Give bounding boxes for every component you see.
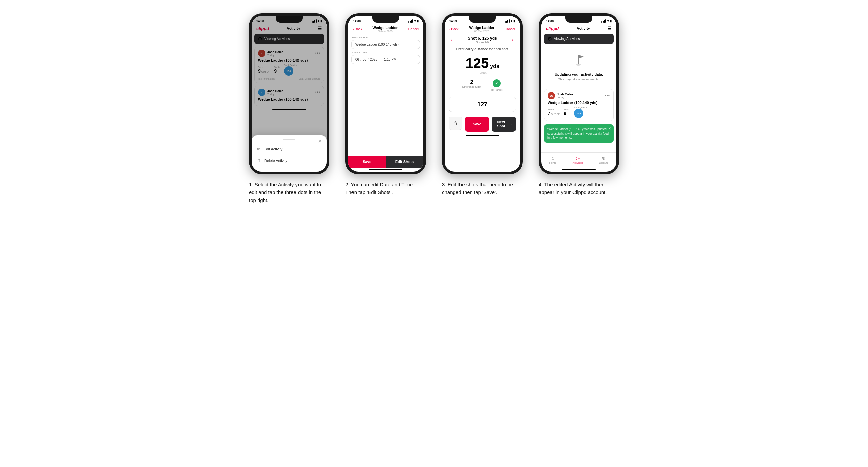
- phone-frame-2: 14:38 ▾ ▮ ‹ Back: [345, 13, 426, 175]
- phone-section-3: 14:39 ▾ ▮ ‹ Back: [439, 13, 526, 196]
- cancel-btn-2[interactable]: Cancel: [408, 27, 418, 31]
- tab-home[interactable]: ⌂ Home: [549, 155, 556, 164]
- phone-frame-4: 14:38 ▾ ▮ clippd Activity: [539, 13, 619, 175]
- shot-value-input[interactable]: [449, 98, 516, 112]
- home-indicator-2: [369, 169, 402, 170]
- time-field[interactable]: 1:13 PM: [384, 58, 397, 61]
- wifi-icon-2: ▾: [414, 20, 416, 23]
- phone-notch-2: [372, 16, 399, 23]
- user-date-4: Today: [557, 96, 573, 99]
- nav-bar-2: ‹ Back Wedge Ladder 06 Mar 2023 Cancel: [348, 24, 423, 34]
- activity-card-4: JC Josh Coles Today ••• Wedge Ladder (10…: [544, 89, 614, 121]
- target-label: Target: [445, 71, 520, 74]
- home-indicator-4: [562, 169, 596, 170]
- day-field[interactable]: 06: [355, 58, 359, 61]
- shot-score: Score 7/9: [468, 40, 497, 44]
- shot-header-3: ← Shot 6, 125 yds Score 7/9 →: [445, 34, 520, 46]
- phone-notch-3: [469, 16, 496, 23]
- year-field[interactable]: 2023: [370, 58, 377, 61]
- capture-icon: ⊕: [602, 155, 606, 161]
- save-shot-button[interactable]: Save: [465, 117, 489, 131]
- time-4: 14:38: [546, 20, 554, 23]
- sheet-edit-item[interactable]: ✏ Edit Activity: [257, 143, 321, 155]
- next-shot-button[interactable]: Next Shot →: [492, 117, 516, 131]
- difference-label: Difference (yds): [462, 85, 481, 88]
- edit-shots-button[interactable]: Edit Shots: [386, 156, 423, 168]
- nav-bar-4: clippd Activity ☰: [541, 24, 616, 32]
- tab-capture[interactable]: ⊕ Capture: [599, 155, 609, 164]
- time-3: 14:39: [450, 20, 457, 23]
- loading-subtitle: This may take a few moments.: [558, 77, 599, 81]
- battery-icon-4: ▮: [610, 20, 612, 23]
- edit-form-body: Practice Title Wedge Ladder (100-140 yds…: [348, 34, 423, 168]
- status-icons-4: ▾ ▮: [601, 20, 612, 23]
- stat-quality-4: Shot Quality 118: [574, 106, 587, 118]
- home-indicator-3: [466, 135, 499, 136]
- caption-2: 2. You can edit Date and Time. Then tap …: [345, 181, 426, 196]
- shot-distance-area: 125 yds Target: [445, 52, 520, 76]
- distance-unit: yds: [490, 63, 499, 69]
- difference-value: 2: [462, 79, 481, 85]
- three-dots-4[interactable]: •••: [605, 93, 610, 98]
- sheet-close-1[interactable]: ✕: [318, 138, 322, 144]
- stat-score-4: Score 7 OUT OF: [548, 108, 560, 116]
- signal-icon-4: [601, 20, 607, 23]
- next-arrow[interactable]: →: [509, 37, 515, 43]
- shot-metrics: 2 Difference (yds) ✓ Hit Target: [445, 76, 520, 94]
- wifi-icon-4: ▾: [608, 20, 609, 23]
- distance-display: 125 yds: [445, 56, 520, 70]
- distance-value: 125: [465, 56, 489, 70]
- phone-screen-2: 14:38 ▾ ▮ ‹ Back: [348, 16, 423, 172]
- datetime-label: Date & Time: [352, 51, 419, 54]
- nav-title-4: Activity: [577, 26, 590, 30]
- stat-shots-4: Shots 9: [564, 108, 570, 116]
- card-stats-4: Score 7 OUT OF Shots 9 Shot Quality: [548, 106, 610, 118]
- battery-icon-3: ▮: [514, 20, 515, 23]
- datetime-row[interactable]: 06 / 03 / 2023 1:13 PM: [351, 55, 420, 64]
- activity-icon-4: ⚙: [547, 36, 552, 42]
- shot-input-row: − +: [449, 97, 516, 112]
- loading-area: Updating your activity data. This may ta…: [541, 45, 616, 88]
- phone-screen-3: 14:39 ▾ ▮ ‹ Back: [445, 16, 520, 172]
- caption-4: 4. The edited Activity will then appear …: [539, 181, 619, 196]
- delete-label: Delete Activity: [264, 159, 287, 163]
- caption-1: 1. Select the Activity you want to edit …: [249, 181, 329, 204]
- cancel-btn-3[interactable]: Cancel: [505, 27, 515, 31]
- trash-icon: 🗑: [257, 158, 261, 163]
- nav-center-2: Wedge Ladder 06 Mar 2023: [372, 26, 398, 33]
- practice-input[interactable]: Wedge Ladder (100-140 yds): [351, 40, 420, 49]
- toast-close[interactable]: ✕: [609, 126, 611, 131]
- phone-section-2: 14:38 ▾ ▮ ‹ Back: [342, 13, 429, 196]
- back-btn-3[interactable]: ‹ Back: [450, 27, 459, 31]
- nav-bar-3: ‹ Back Wedge Ladder 06 Mar 2023 Cancel: [445, 24, 520, 34]
- shot-actions: 🗑 Save Next Shot →: [449, 117, 516, 131]
- sheet-delete-item[interactable]: 🗑 Delete Activity: [257, 155, 321, 166]
- delete-shot-button[interactable]: 🗑: [449, 117, 462, 130]
- card-user-4: JC Josh Coles Today: [548, 92, 573, 99]
- back-btn-2[interactable]: ‹ Back: [353, 27, 362, 31]
- time-2: 14:38: [353, 20, 361, 23]
- prev-arrow[interactable]: ←: [450, 37, 456, 43]
- shot-title: Shot 6, 125 yds: [468, 36, 497, 40]
- save-button-2[interactable]: Save: [348, 156, 386, 168]
- golf-flag-icon: [571, 52, 586, 70]
- card-top-row-4: JC Josh Coles Today •••: [548, 92, 610, 99]
- edit-label: Edit Activity: [264, 147, 282, 151]
- phone-section-4: 14:38 ▾ ▮ clippd Activity: [535, 13, 622, 196]
- tab-capture-label: Capture: [599, 161, 609, 164]
- month-field[interactable]: 03: [363, 58, 366, 61]
- caption-3: 3. Edit the shots that need to be change…: [442, 181, 523, 196]
- shot-info: Shot 6, 125 yds Score 7/9: [468, 36, 497, 44]
- next-arrow-icon: →: [509, 122, 513, 126]
- home-icon: ⌂: [551, 155, 554, 161]
- avatar-4: JC: [548, 92, 555, 99]
- phone-screen-1: 14:38 ▾ ▮ clippd Acti: [252, 16, 327, 172]
- activities-icon: ◎: [576, 155, 580, 161]
- activity-header-text-4: Viewing Activities: [554, 37, 580, 40]
- status-icons-3: ▾ ▮: [505, 20, 515, 23]
- nav-menu-4[interactable]: ☰: [608, 26, 612, 31]
- success-toast: "Wedge Ladder (100-140 yds)" was updated…: [544, 124, 614, 143]
- logo-4: clippd: [546, 26, 559, 31]
- tab-home-label: Home: [549, 161, 556, 164]
- tab-activities[interactable]: ◎ Activities: [572, 155, 583, 164]
